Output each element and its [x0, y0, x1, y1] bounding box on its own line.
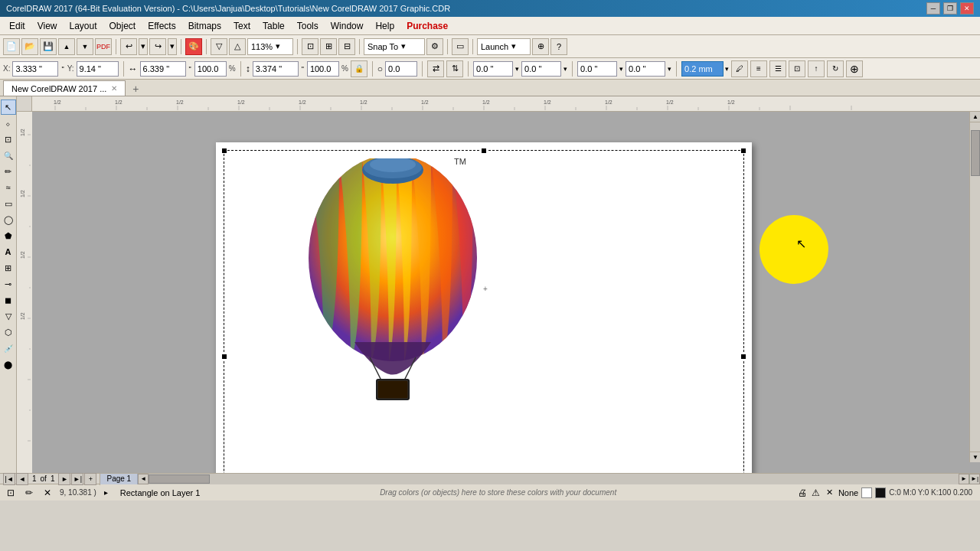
x-field[interactable]: [12, 61, 58, 77]
order-button[interactable]: ↑: [808, 60, 825, 77]
menu-help[interactable]: Help: [369, 19, 400, 33]
canvas-area[interactable]: 1/2 1/2 1/2 1/2 1/2 1/2 1/2 1/2 1/2 1/2 …: [17, 96, 980, 473]
pos-x2[interactable]: [577, 61, 617, 77]
redo-button[interactable]: ↪: [149, 38, 166, 55]
mirror-h-button[interactable]: ⇄: [427, 60, 444, 77]
parallel-tool[interactable]: ⊸: [1, 276, 16, 292]
menu-window[interactable]: Window: [325, 19, 370, 33]
save-button[interactable]: 💾: [40, 38, 57, 55]
options-button[interactable]: ⚙: [426, 38, 443, 55]
handle-tr[interactable]: [740, 148, 746, 154]
table-tool[interactable]: ⊞: [1, 260, 16, 276]
vertical-scrollbar[interactable]: ▲ ▼: [969, 112, 980, 462]
view-grid-button[interactable]: ⊞: [320, 38, 337, 55]
align-button[interactable]: ☰: [769, 60, 786, 77]
snap-indicator[interactable]: ▸: [104, 488, 108, 497]
outline-swatch[interactable]: [875, 487, 886, 498]
text-tool[interactable]: A: [1, 244, 16, 259]
menu-edit[interactable]: Edit: [3, 19, 31, 33]
print-button[interactable]: ▭: [452, 38, 469, 55]
hscroll-right-button[interactable]: ►: [959, 474, 969, 484]
rect-tool[interactable]: ▭: [1, 196, 16, 211]
publish-pdf-button[interactable]: PDF: [95, 38, 112, 55]
fill-color-button[interactable]: 🎨: [185, 38, 202, 55]
mirror-v-button[interactable]: ⇅: [446, 60, 463, 77]
fill-tool[interactable]: ▽: [1, 308, 16, 324]
hscroll-left-button[interactable]: ◄: [138, 474, 149, 484]
more-options-button[interactable]: ⊕: [532, 38, 549, 55]
handle-ml[interactable]: [221, 354, 227, 360]
minimize-button[interactable]: ─: [926, 2, 940, 15]
page-tab[interactable]: Page 1: [100, 474, 138, 484]
menu-tools[interactable]: Tools: [291, 19, 325, 33]
printer-icon[interactable]: 🖨: [796, 487, 808, 499]
zoom-dropdown[interactable]: 113% ▾: [247, 38, 293, 55]
hscroll-thumb[interactable]: [149, 474, 210, 484]
handle-tl[interactable]: [221, 148, 227, 154]
fill-color-swatch[interactable]: [861, 487, 872, 498]
vscroll-up-button[interactable]: ▲: [970, 112, 980, 122]
zoom-in-button[interactable]: △: [229, 38, 246, 55]
width-field[interactable]: [140, 61, 186, 77]
tab-close-icon[interactable]: ✕: [111, 84, 117, 93]
view-page-button[interactable]: ⊡: [302, 38, 318, 55]
shadow-tool[interactable]: ◼: [1, 292, 16, 308]
height-field[interactable]: [253, 61, 299, 77]
polygon-tool[interactable]: ⬟: [1, 228, 16, 243]
zoom-tool[interactable]: 🔍: [1, 148, 16, 163]
menu-layout[interactable]: Layout: [63, 19, 103, 33]
page-prev-button[interactable]: ◄: [16, 473, 28, 485]
vscroll-down-button[interactable]: ▼: [970, 452, 980, 462]
outline-style-button[interactable]: ≡: [750, 60, 767, 77]
node-tool[interactable]: ⬦: [1, 116, 16, 131]
distribute-button[interactable]: ⊡: [789, 60, 805, 77]
new-tab-button[interactable]: +: [129, 82, 142, 96]
page-first-button[interactable]: |◄: [3, 473, 15, 485]
status-icon-snap[interactable]: ⊡: [5, 487, 17, 499]
menu-object[interactable]: Object: [103, 19, 142, 33]
pos-y1[interactable]: [521, 61, 561, 77]
freehand-tool[interactable]: ✏: [1, 164, 16, 179]
ellipse-tool[interactable]: ◯: [1, 212, 16, 227]
width-pct[interactable]: [194, 61, 227, 77]
outline-tool[interactable]: ⬤: [1, 357, 16, 372]
status-icon-pencil[interactable]: ✏: [23, 487, 35, 499]
undo-dropdown[interactable]: ▾: [139, 38, 148, 55]
handle-tc[interactable]: [481, 148, 487, 154]
export-button[interactable]: ▼: [77, 38, 93, 55]
status-icon-close[interactable]: ✕: [41, 487, 54, 499]
pos-y2[interactable]: [626, 61, 665, 77]
restore-button[interactable]: ❐: [943, 2, 957, 15]
page-last-button[interactable]: ►|: [71, 473, 83, 485]
open-button[interactable]: 📂: [21, 38, 38, 55]
menu-purchase[interactable]: Purchase: [400, 19, 454, 33]
import-button[interactable]: ▲: [58, 38, 75, 55]
eyedrop-tool[interactable]: 💉: [1, 341, 16, 356]
outline-dropdown[interactable]: ▾: [725, 65, 729, 73]
pos-x1[interactable]: [473, 61, 513, 77]
lock-aspect-button[interactable]: 🔒: [351, 60, 368, 77]
warning-icon[interactable]: ⚠: [810, 487, 822, 499]
page-add-button[interactable]: +: [84, 473, 96, 485]
document-tab[interactable]: New CorelDRAW 2017 ... ✕: [3, 80, 126, 96]
menu-text[interactable]: Text: [227, 19, 256, 33]
smart-fill[interactable]: ⬡: [1, 324, 16, 340]
zoom-out-button[interactable]: ▽: [211, 38, 227, 55]
undo-button[interactable]: ↩: [120, 38, 137, 55]
launch-dropdown[interactable]: Launch ▾: [477, 38, 531, 55]
page-next-button[interactable]: ►: [58, 473, 70, 485]
angle-field[interactable]: [385, 61, 417, 77]
outline-color-button[interactable]: 🖊: [731, 60, 748, 77]
hscroll-end-button[interactable]: ►|: [969, 474, 980, 484]
menu-table[interactable]: Table: [256, 19, 291, 33]
refresh-button[interactable]: ↻: [827, 60, 844, 77]
menu-bitmaps[interactable]: Bitmaps: [182, 19, 227, 33]
vscroll-thumb[interactable]: [971, 130, 980, 176]
new-button[interactable]: 📄: [3, 38, 20, 55]
help-button[interactable]: ?: [550, 38, 567, 55]
select-tool[interactable]: ↖: [1, 99, 16, 115]
fill-swatch-x[interactable]: ✕: [824, 487, 835, 497]
smart-tool[interactable]: ≈: [1, 180, 16, 195]
menu-view[interactable]: View: [31, 19, 64, 33]
y-field[interactable]: [77, 61, 119, 77]
